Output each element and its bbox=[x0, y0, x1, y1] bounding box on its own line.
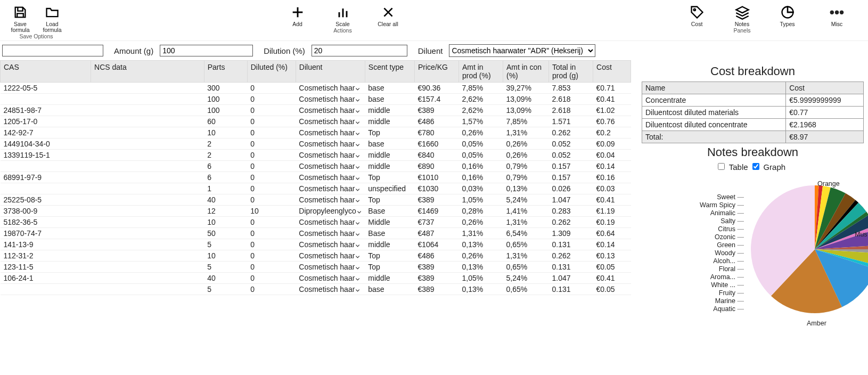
cost-row: Diluentcost diluted concentrate€2.1968 bbox=[642, 119, 864, 131]
cost-breakdown-table: NameCost Concentrate€5.9999999999Diluent… bbox=[642, 81, 864, 143]
chevron-down-icon[interactable]: ⌵ bbox=[356, 274, 359, 282]
tag-icon bbox=[690, 3, 705, 21]
table-header-row: CAS NCS data Parts Diluted (%) Diluent S… bbox=[1, 61, 631, 83]
chevron-down-icon[interactable]: ⌵ bbox=[356, 230, 359, 237]
chevron-down-icon[interactable]: ⌵ bbox=[356, 151, 359, 159]
pie-label: Ozonic bbox=[642, 233, 743, 241]
pie-label-amber: Amber bbox=[807, 320, 826, 327]
save-icon bbox=[13, 3, 28, 21]
group-label: Actions bbox=[333, 27, 351, 34]
table-row[interactable]: 25225-08-5400Cosmetisch haar⌵Top€3891,05… bbox=[1, 194, 631, 206]
chevron-down-icon[interactable]: ⌵ bbox=[356, 286, 359, 293]
table-row[interactable]: 106-24-1400Cosmetisch haar⌵middle€3891,0… bbox=[1, 273, 631, 284]
notes-breakdown-title: Notes breakdown bbox=[642, 145, 864, 159]
misc-button[interactable]: ••• Misc bbox=[814, 2, 859, 28]
col-amt-prod[interactable]: Amt in prod (%) bbox=[458, 61, 503, 83]
search-input[interactable] bbox=[2, 45, 103, 56]
table-checkbox[interactable] bbox=[718, 163, 725, 170]
group-label: Save Options bbox=[19, 33, 53, 39]
table-row[interactable]: 112-31-2100Cosmetisch haar⌵Top€4860,26%1… bbox=[1, 250, 631, 262]
notes-view-toggle: Table Graph bbox=[642, 162, 864, 172]
pie-label-mus: Mus bbox=[855, 231, 867, 238]
table-row[interactable]: 1222-05-53000Cosmetisch haar⌵base€90.367… bbox=[1, 83, 631, 94]
col-parts[interactable]: Parts bbox=[204, 61, 247, 83]
table-row[interactable]: 3738-00-91210Dipropyleenglyco⌵Base€14690… bbox=[1, 206, 631, 217]
pie-label: Aroma... bbox=[642, 273, 743, 281]
folder-icon bbox=[45, 3, 60, 21]
table-label: Table bbox=[729, 162, 748, 172]
pie-label: Sweet bbox=[642, 193, 743, 201]
col-cost[interactable]: Cost bbox=[593, 61, 631, 83]
table-row[interactable]: 1339119-15-120Cosmetisch haar⌵middle€840… bbox=[1, 150, 631, 161]
chevron-down-icon[interactable]: ⌵ bbox=[356, 95, 359, 103]
table-row[interactable]: 19870-74-7500Cosmetisch haar⌵Base€4871,3… bbox=[1, 228, 631, 239]
scale-button[interactable]: Scale bbox=[320, 2, 365, 28]
types-panel-button[interactable]: Types bbox=[765, 2, 810, 28]
table-row[interactable]: 1205-17-0600Cosmetisch haar⌵middle€4861,… bbox=[1, 116, 631, 127]
amount-input[interactable] bbox=[160, 45, 253, 56]
pie-label: Animalic bbox=[642, 209, 743, 217]
table-row[interactable]: 60Cosmetisch haar⌵middle€8900,16%0,79%0.… bbox=[1, 161, 631, 172]
save-formula-button[interactable]: Save formula bbox=[4, 2, 36, 34]
col-diluent[interactable]: Diluent bbox=[296, 61, 365, 83]
pie-label: Green bbox=[642, 241, 743, 249]
pie-label: Woody bbox=[642, 249, 743, 257]
chevron-down-icon[interactable]: ⌵ bbox=[356, 218, 359, 226]
cost-panel-button[interactable]: Cost bbox=[674, 2, 719, 28]
chevron-down-icon[interactable]: ⌵ bbox=[356, 241, 359, 248]
pie-icon bbox=[780, 3, 795, 21]
chevron-down-icon[interactable]: ⌵ bbox=[356, 185, 359, 192]
col-scent[interactable]: Scent type bbox=[365, 61, 414, 83]
col-ncs[interactable]: NCS data bbox=[91, 61, 204, 83]
chevron-down-icon[interactable]: ⌵ bbox=[356, 263, 359, 271]
table-row[interactable]: 5182-36-5100Cosmetisch haar⌵Middle€7370,… bbox=[1, 217, 631, 228]
group-label: Panels bbox=[733, 27, 750, 34]
pie-label: Salty bbox=[642, 217, 743, 225]
col-cas[interactable]: CAS bbox=[1, 61, 91, 83]
table-row[interactable]: 141-13-950Cosmetisch haar⌵middle€10640,1… bbox=[1, 239, 631, 250]
load-formula-button[interactable]: Load formula bbox=[36, 2, 68, 34]
table-row[interactable]: 123-11-550Cosmetisch haar⌵Top€3890,13%0,… bbox=[1, 262, 631, 273]
ingredients-table: CAS NCS data Parts Diluted (%) Diluent S… bbox=[0, 60, 631, 295]
table-row[interactable]: 1000Cosmetisch haar⌵base€157.42,62%13,09… bbox=[1, 94, 631, 105]
chevron-down-icon[interactable]: ⌵ bbox=[356, 107, 359, 114]
pie-label: Warm Spicy bbox=[642, 201, 743, 209]
col-diluted[interactable]: Diluted (%) bbox=[247, 61, 296, 83]
plus-icon bbox=[290, 3, 305, 21]
chevron-down-icon[interactable]: ⌵ bbox=[356, 252, 359, 259]
clear-all-button[interactable]: Clear all bbox=[365, 2, 411, 28]
dilution-label: Dilution (%) bbox=[264, 46, 305, 55]
table-row[interactable]: 24851-98-71000Cosmetisch haar⌵middle€389… bbox=[1, 105, 631, 116]
chevron-down-icon[interactable]: ⌵ bbox=[357, 207, 361, 215]
diluent-select[interactable]: Cosmetisch haarwater "ADR" (Hekserij) bbox=[449, 44, 595, 57]
chevron-down-icon[interactable]: ⌵ bbox=[356, 140, 359, 148]
table-row[interactable]: 142-92-7100Cosmetisch haar⌵Top€7800,26%1… bbox=[1, 127, 631, 138]
chevron-down-icon[interactable]: ⌵ bbox=[356, 196, 359, 203]
col-total-prod[interactable]: Total in prod (g) bbox=[549, 61, 593, 83]
graph-checkbox[interactable] bbox=[752, 163, 759, 170]
col-price[interactable]: Price/KG bbox=[414, 61, 458, 83]
bars-icon bbox=[335, 3, 350, 21]
cost-col-cost: Cost bbox=[786, 82, 864, 94]
notes-panel-button[interactable]: Notes bbox=[719, 2, 765, 28]
add-button[interactable]: Add bbox=[275, 2, 320, 28]
table-row[interactable]: 1449104-34-020Cosmetisch haar⌵base€16600… bbox=[1, 138, 631, 150]
chevron-down-icon[interactable]: ⌵ bbox=[356, 118, 359, 125]
table-row[interactable]: 10Cosmetisch haar⌵unspecified€10300,03%0… bbox=[1, 183, 631, 194]
diluent-label: Diluent bbox=[418, 46, 443, 55]
table-row[interactable]: 68991-97-960Cosmetisch haar⌵Top€10100,16… bbox=[1, 172, 631, 183]
layers-icon bbox=[735, 3, 750, 21]
chevron-down-icon[interactable]: ⌵ bbox=[356, 162, 359, 170]
dilution-input[interactable] bbox=[312, 45, 407, 56]
chevron-down-icon[interactable]: ⌵ bbox=[356, 84, 359, 92]
col-amt-con[interactable]: Amt in con (%) bbox=[503, 61, 548, 83]
misc-group: ••• Misc bbox=[814, 2, 859, 34]
cost-row: Diluentcost diluted materials€0.77 bbox=[642, 107, 864, 119]
chevron-down-icon[interactable]: ⌵ bbox=[356, 174, 359, 181]
graph-label: Graph bbox=[763, 162, 785, 172]
pie-label: Fruity bbox=[642, 289, 743, 297]
side-panels: Cost breakdown NameCost Concentrate€5.99… bbox=[631, 60, 868, 335]
chevron-down-icon[interactable]: ⌵ bbox=[356, 129, 359, 136]
pie-label: Marine bbox=[642, 297, 743, 305]
table-row[interactable]: 50Cosmetisch haar⌵base€3890,13%0,65%0.13… bbox=[1, 284, 631, 295]
